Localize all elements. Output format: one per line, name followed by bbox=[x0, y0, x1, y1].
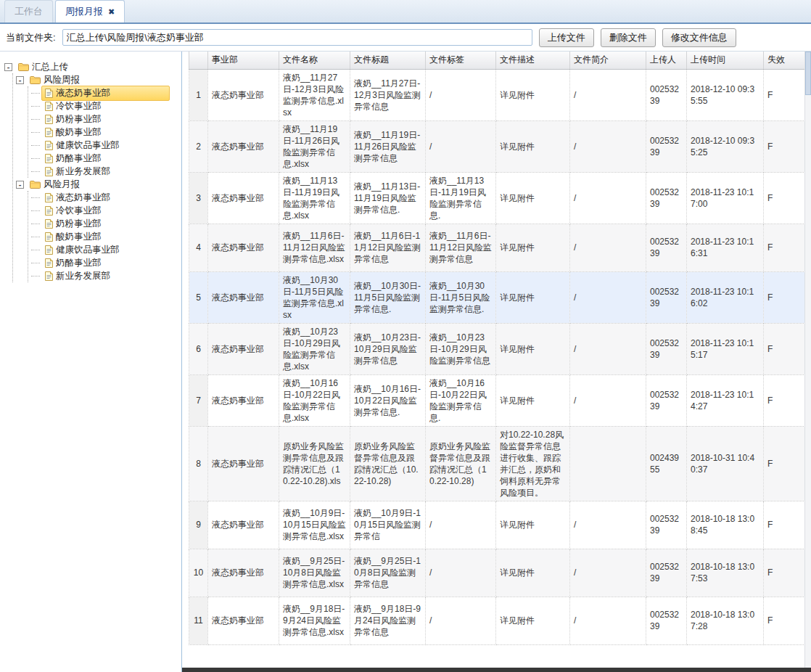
tree-node-label: 新业务发展部 bbox=[56, 270, 110, 282]
upload-file-button[interactable]: 上传文件 bbox=[539, 28, 594, 47]
cell-uploader: 00253239 bbox=[646, 549, 687, 597]
tree-item-液态奶事业部[interactable]: 液态奶事业部 bbox=[31, 86, 181, 99]
table-row-2[interactable]: 2液态奶事业部液奶__11月19日-11月26日风险监测异常信息.xlsx液奶_… bbox=[189, 120, 805, 172]
table-row-11[interactable]: 11液态奶事业部液奶__9月18日-9月24日风险监测异常信息.xlsx液奶__… bbox=[189, 597, 805, 644]
cell-title: 液奶__11月27日-12月3日风险监测异常信息 bbox=[350, 69, 426, 120]
column-header-dept[interactable]: 事业部 bbox=[208, 52, 279, 69]
cell-time: 2018-11-23 10:14:27 bbox=[687, 374, 764, 426]
cell-name: 原奶业务风险监测异常信息及跟踪情况汇总（10.22-10.28).xls bbox=[279, 426, 350, 501]
file-icon bbox=[45, 271, 53, 281]
tree-item-冷饮事业部[interactable]: 冷饮事业部 bbox=[31, 204, 181, 217]
horizontal-scrollbar[interactable] bbox=[182, 668, 811, 672]
tree-item-健康饮品事业部[interactable]: 健康饮品事业部 bbox=[31, 243, 181, 256]
table-row-10[interactable]: 10液态奶事业部液奶__9月25日-10月8日风险监测异常信息.xlsx液奶__… bbox=[189, 549, 805, 597]
tree-item-冷饮事业部[interactable]: 冷饮事业部 bbox=[31, 99, 181, 112]
tree-item-新业务发展部[interactable]: 新业务发展部 bbox=[31, 269, 181, 282]
file-icon bbox=[45, 128, 53, 137]
cell-desc: 详见附件 bbox=[496, 597, 570, 644]
tree-line bbox=[31, 276, 40, 276]
row-number-cell: 11 bbox=[189, 597, 208, 644]
table-row-1[interactable]: 1液态奶事业部液奶__11月27日-12月3日风险监测异常信息.xlsx液奶__… bbox=[189, 69, 805, 120]
table-row-6[interactable]: 6液态奶事业部液奶__10月23日-10月29日风险监测异常信息.xlsx液奶_… bbox=[189, 323, 805, 374]
row-number-cell: 4 bbox=[189, 224, 208, 271]
tree-item-奶酪事业部[interactable]: 奶酪事业部 bbox=[31, 152, 181, 165]
cell-name: 液奶__11月27日-12月3日风险监测异常信息.xlsx bbox=[279, 69, 350, 120]
column-header-time[interactable]: 上传时间 bbox=[687, 52, 764, 69]
tree-node-label: 新业务发展部 bbox=[56, 165, 110, 178]
table-row-3[interactable]: 3液态奶事业部液奶__11月13日-11月19日风险监测异常信息.xlsx液奶_… bbox=[189, 172, 805, 224]
collapse-icon[interactable]: - bbox=[16, 76, 24, 84]
close-tab-icon[interactable]: ✖ bbox=[108, 8, 115, 16]
cell-time: 2018-10-18 13:07:53 bbox=[687, 549, 764, 597]
tree-item-奶粉事业部[interactable]: 奶粉事业部 bbox=[31, 217, 181, 230]
cell-dept: 液态奶事业部 bbox=[208, 69, 279, 120]
tree-node-label: 奶酪事业部 bbox=[56, 152, 102, 165]
row-number-cell: 8 bbox=[189, 426, 208, 501]
vertical-scrollbar-thumb[interactable] bbox=[805, 52, 811, 95]
collapse-icon[interactable]: - bbox=[16, 181, 24, 189]
toolbar: 当前文件夹: 上传文件 删除文件 修改文件信息 bbox=[0, 24, 811, 52]
table-row-5[interactable]: 5液态奶事业部液奶__10月30日-11月5日风险监测异常信息.xlsx液奶__… bbox=[189, 271, 805, 323]
cell-invalid: F bbox=[764, 271, 805, 323]
tab-workbench[interactable]: 工作台 bbox=[4, 0, 53, 22]
tree-item-液态奶事业部[interactable]: 液态奶事业部 bbox=[31, 191, 181, 204]
tree-item-奶粉事业部[interactable]: 奶粉事业部 bbox=[31, 112, 181, 126]
cell-desc: 对10.22-10.28风险监督异常信息进行收集、跟踪并汇总，原奶和饲料原料无异… bbox=[496, 426, 570, 501]
table-row-8[interactable]: 8液态奶事业部原奶业务风险监测异常信息及跟踪情况汇总（10.22-10.28).… bbox=[189, 426, 805, 501]
column-header-name[interactable]: 文件名称 bbox=[279, 52, 350, 69]
tree-line bbox=[31, 210, 40, 211]
folder-icon bbox=[30, 75, 41, 85]
cell-invalid: F bbox=[764, 597, 805, 644]
table-row-9[interactable]: 9液态奶事业部液奶__10月9日-10月15日风险监测异常信息.xlsx液奶__… bbox=[189, 501, 805, 549]
collapse-icon[interactable]: - bbox=[4, 63, 12, 71]
tree-node-label: 冷饮事业部 bbox=[56, 100, 102, 112]
tab-weekly-monthly-report-label: 周报月报 bbox=[65, 5, 103, 18]
tree-item-奶酪事业部[interactable]: 奶酪事业部 bbox=[31, 256, 181, 269]
column-header-rownum[interactable] bbox=[189, 52, 208, 69]
cell-title: 液奶__11月13日-11月19日风险监测异常信息. bbox=[350, 172, 426, 224]
tree-line bbox=[31, 197, 40, 198]
tree-item-酸奶事业部[interactable]: 酸奶事业部 bbox=[31, 126, 181, 139]
tree-node-label: 风险月报 bbox=[44, 179, 80, 191]
tree-node-label: 奶酪事业部 bbox=[56, 257, 102, 269]
file-grid-panel: 事业部文件名称文件标题文件标签文件描述文件简介上传人上传时间失效 1液态奶事业部… bbox=[182, 52, 811, 672]
column-header-title[interactable]: 文件标题 bbox=[350, 52, 426, 69]
cell-brief: / bbox=[570, 271, 646, 323]
column-header-tag[interactable]: 文件标签 bbox=[426, 52, 496, 69]
current-folder-input[interactable] bbox=[62, 29, 532, 46]
column-header-brief[interactable]: 文件简介 bbox=[570, 52, 646, 69]
tree-item-新业务发展部[interactable]: 新业务发展部 bbox=[31, 165, 181, 178]
tree-folder-风险月报[interactable]: -风险月报 bbox=[16, 178, 181, 191]
column-header-uploader[interactable]: 上传人 bbox=[646, 52, 687, 69]
tree-folder-风险周报[interactable]: -风险周报 bbox=[16, 73, 181, 86]
cell-title: 液奶__10月23日-10月29日风险监测异常信息 bbox=[350, 323, 426, 374]
vertical-scrollbar[interactable] bbox=[804, 52, 811, 668]
tree-line bbox=[31, 224, 40, 224]
cell-desc: 详见附件 bbox=[496, 224, 570, 271]
table-row-4[interactable]: 4液态奶事业部液奶__11月6日-11月12日风险监测异常信息.xlsx液奶__… bbox=[189, 224, 805, 271]
cell-name: 液奶__10月23日-10月29日风险监测异常信息.xlsx bbox=[279, 323, 350, 374]
tab-bar: 工作台 周报月报 ✖ bbox=[0, 0, 811, 24]
delete-file-button[interactable]: 删除文件 bbox=[601, 28, 656, 47]
tree-node-label: 液态奶事业部 bbox=[56, 87, 110, 99]
file-icon bbox=[45, 167, 53, 176]
modify-file-info-button[interactable]: 修改文件信息 bbox=[662, 28, 736, 47]
tree-line bbox=[31, 93, 40, 94]
cell-desc: 详见附件 bbox=[496, 271, 570, 323]
cell-name: 液奶__10月9日-10月15日风险监测异常信息.xlsx bbox=[279, 501, 350, 549]
cell-brief: / bbox=[570, 224, 646, 271]
tree-item-健康饮品事业部[interactable]: 健康饮品事业部 bbox=[31, 139, 181, 152]
column-header-invalid[interactable]: 失效 bbox=[764, 52, 805, 69]
cell-title: 液奶__10月30日-11月5日风险监测异常信息. bbox=[350, 271, 426, 323]
tree-item-酸奶事业部[interactable]: 酸奶事业部 bbox=[31, 230, 181, 243]
cell-time: 2018-10-31 10:40:37 bbox=[687, 426, 764, 501]
column-header-desc[interactable]: 文件描述 bbox=[496, 52, 570, 69]
tree-line bbox=[31, 171, 40, 172]
cell-uploader: 00253239 bbox=[646, 374, 687, 426]
tree-node-label: 液态奶事业部 bbox=[56, 192, 110, 204]
cell-brief: / bbox=[570, 172, 646, 224]
tab-weekly-monthly-report[interactable]: 周报月报 ✖ bbox=[55, 0, 125, 22]
table-row-7[interactable]: 7液态奶事业部液奶__10月16日-10月22日风险监测异常信息.xlsx液奶_… bbox=[189, 374, 805, 426]
tree-folder-汇总上传[interactable]: -汇总上传 bbox=[4, 60, 181, 73]
cell-name: 液奶__10月30日-11月5日风险监测异常信息.xlsx bbox=[279, 271, 350, 323]
